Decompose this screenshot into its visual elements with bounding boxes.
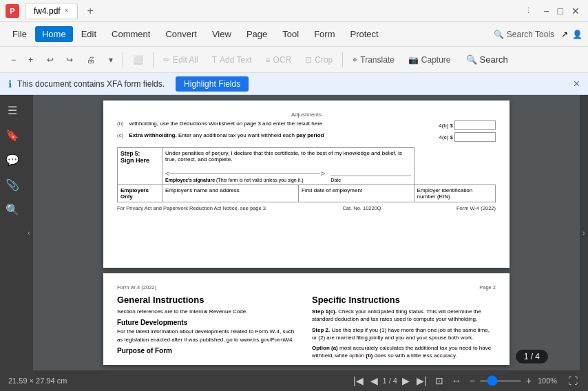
date-label: Date: [330, 178, 410, 182]
close-button[interactable]: ✕: [569, 6, 582, 17]
privacy-left: For Privacy Act and Paperwork Reduction …: [117, 205, 267, 211]
specific-instructions: Specific Instructions Step 1(c). Check y…: [312, 295, 496, 359]
edit-all-button[interactable]: ✏ Edit All: [158, 52, 204, 67]
step5-num: Step 5:: [120, 150, 159, 157]
row-4c-bold2: pay period: [296, 132, 324, 138]
menu-home[interactable]: Home: [35, 26, 73, 42]
capture-label: Capture: [421, 55, 451, 65]
zoom-in-button[interactable]: +: [23, 52, 39, 67]
signature-area: ◁ ▷ Employee's signature (This form is n…: [165, 171, 325, 182]
menu-edit[interactable]: Edit: [74, 26, 103, 42]
step5-table: Step 5: Sign Here Under penalties of per…: [117, 147, 496, 202]
full-screen-button[interactable]: ⛶: [566, 375, 580, 386]
add-text-button[interactable]: T Add Text: [207, 52, 258, 67]
ocr-button[interactable]: ≡ OCR: [260, 52, 297, 67]
edit-all-label: Edit All: [173, 55, 198, 65]
maximize-button[interactable]: □: [555, 6, 566, 17]
zoom-slider[interactable]: [480, 380, 521, 382]
date-area: Date: [330, 167, 410, 182]
row-4b-input[interactable]: [454, 120, 496, 130]
zoom-level-label: 100%: [538, 377, 562, 385]
highlight-fields-button[interactable]: Highlight Fields: [176, 76, 249, 92]
privacy-line: For Privacy Act and Paperwork Reduction …: [117, 205, 496, 211]
fit-width-button[interactable]: ↔: [450, 375, 463, 386]
purpose-title: Purpose of Form: [117, 347, 301, 355]
sig-label: Employee's signature (This form is not v…: [165, 178, 325, 182]
capture-button[interactable]: 📷 Capture: [403, 52, 456, 67]
separator-2: [153, 52, 154, 67]
notification-text: This document contains XFA form fields.: [17, 79, 165, 89]
adjustments-label: Adjustments: [117, 112, 496, 118]
row-4b-ref: 4(b) $: [439, 123, 453, 129]
redo-button[interactable]: ↪: [61, 52, 78, 67]
date-line: [330, 167, 410, 176]
fit-page-button[interactable]: ⊡: [433, 375, 445, 386]
zoom-control: − +: [468, 375, 534, 386]
row-4c-text: Extra withholding. Enter any additional …: [129, 132, 324, 138]
window-controls: ⋮ − □ ✕: [525, 6, 582, 17]
sig-left-arrow: ◁: [165, 171, 169, 176]
sidebar-menu-icon[interactable]: ☰: [3, 101, 22, 120]
employers-label: Employers Only: [120, 187, 159, 200]
menu-tool[interactable]: Tool: [275, 26, 306, 42]
menu-page[interactable]: Page: [240, 26, 274, 42]
menu-view[interactable]: View: [205, 26, 238, 42]
left-panel-toggle[interactable]: ‹: [25, 95, 33, 370]
title-bar: P fw4.pdf × + ⋮ − □ ✕: [0, 0, 588, 22]
step1c-text: Step 1(c). Check your anticipated filing…: [312, 308, 496, 323]
step5-content-cell: Under penalties of perjury, I declare th…: [162, 148, 414, 185]
zoom-out-button[interactable]: −: [6, 52, 21, 67]
notification-close-button[interactable]: ×: [574, 78, 580, 90]
share-icon[interactable]: ↗: [561, 30, 568, 39]
dropdown-button[interactable]: ▾: [103, 52, 118, 67]
general-title: General Instructions: [117, 295, 301, 305]
row-4c-ref: 4(c) $: [439, 134, 453, 140]
active-tab[interactable]: fw4.pdf ×: [25, 3, 78, 19]
employers-hire-cell: First date of employment: [299, 185, 414, 202]
right-panel-toggle[interactable]: ›: [580, 95, 588, 370]
zoom-group: − +: [6, 52, 39, 67]
crop-label: Crop: [315, 55, 333, 65]
sidebar-attachment-icon[interactable]: 📎: [3, 175, 22, 194]
zoom-out-bottom-button[interactable]: −: [468, 375, 477, 386]
sidebar-comment-icon[interactable]: 💬: [3, 150, 22, 169]
last-page-button[interactable]: ▶|: [414, 375, 429, 386]
next-page-button[interactable]: ▶: [400, 375, 412, 386]
search-tools-area[interactable]: 🔍 Search Tools: [494, 30, 554, 39]
menu-protect[interactable]: Protect: [343, 26, 385, 42]
row-4c-text-content: Enter any additional tax you want withhe…: [178, 132, 295, 138]
search-tools-icon: 🔍: [494, 30, 504, 39]
menu-comment[interactable]: Comment: [105, 26, 157, 42]
prev-page-button[interactable]: ◀: [368, 375, 380, 386]
search-icon: 🔍: [466, 54, 477, 65]
pdf-page-2: Form W-4 (2022) Page 2 General Instructi…: [103, 273, 510, 365]
row-4c-bold: Extra withholding.: [129, 132, 176, 138]
menu-file[interactable]: File: [6, 26, 34, 42]
page2-header: Form W-4 (2022) Page 2: [117, 284, 496, 290]
row-4c-input[interactable]: [454, 132, 496, 142]
optionA-ref: Option (a): [312, 345, 338, 351]
option-text: Option (a) most accurately calculates th…: [312, 344, 496, 359]
ocr-icon: ≡: [266, 55, 271, 65]
account-icon[interactable]: 👤: [572, 30, 582, 39]
shape-button[interactable]: ⬜: [127, 52, 149, 67]
sidebar-search-icon[interactable]: 🔍: [3, 200, 22, 219]
menu-convert[interactable]: Convert: [158, 26, 204, 42]
undo-button[interactable]: ↩: [41, 52, 59, 67]
crop-button[interactable]: ⊡ Crop: [300, 52, 338, 67]
translate-button[interactable]: ⌖ Translate: [347, 52, 400, 67]
tab-close-button[interactable]: ×: [65, 7, 69, 14]
more-options-icon[interactable]: ⋮: [525, 6, 532, 15]
zoom-in-bottom-button[interactable]: +: [524, 375, 534, 386]
row-4b-input-area: 4(b) $: [439, 120, 496, 130]
left-sidebar: ☰ 🔖 💬 📎 🔍: [0, 95, 25, 370]
menu-form[interactable]: Form: [307, 26, 342, 42]
step5-desc: Under penalties of perjury, I declare th…: [165, 150, 411, 162]
first-page-button[interactable]: |◀: [351, 375, 366, 386]
notification-bar: ℹ This document contains XFA form fields…: [0, 73, 588, 95]
sidebar-bookmark-icon[interactable]: 🔖: [3, 125, 22, 145]
search-button[interactable]: 🔍 Search: [459, 52, 515, 67]
print-button[interactable]: 🖨: [81, 52, 101, 67]
new-tab-button[interactable]: +: [83, 3, 98, 19]
minimize-button[interactable]: −: [540, 6, 552, 17]
